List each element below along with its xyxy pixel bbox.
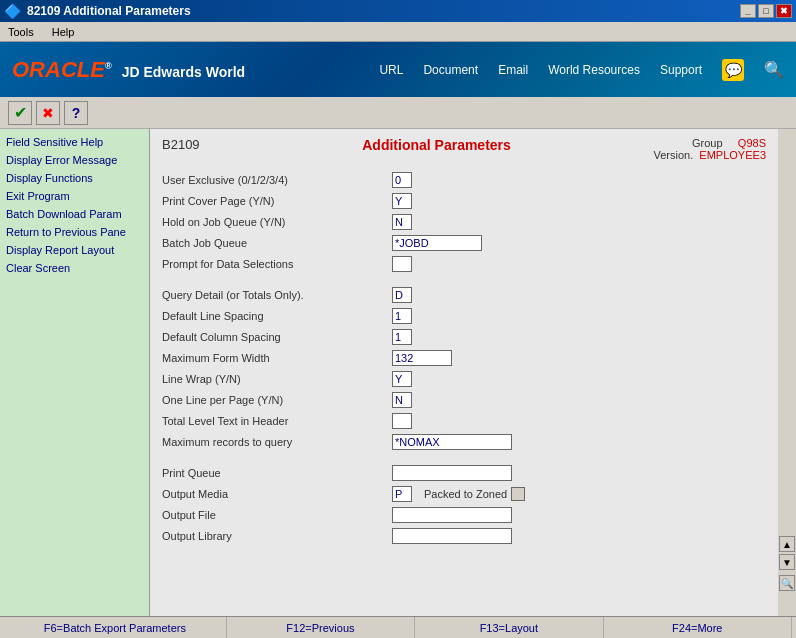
label-default-column-spacing: Default Column Spacing — [162, 331, 392, 343]
titlebar: 🔷 82109 Additional Parameters _ □ ✖ — [0, 0, 796, 22]
sidebar: Field Sensitive Help Display Error Messa… — [0, 129, 150, 616]
jde-title: JD Edwards World — [122, 64, 245, 80]
search-icon[interactable]: 🔍 — [764, 60, 784, 79]
label-default-line-spacing: Default Line Spacing — [162, 310, 392, 322]
label-max-records-to-query: Maximum records to query — [162, 436, 392, 448]
nav-url[interactable]: URL — [379, 63, 403, 77]
status-f6[interactable]: F6=Batch Export Parameters — [4, 617, 227, 638]
toolbar: ✔ ✖ ? — [0, 97, 796, 129]
form-header: B2109 Additional Parameters Group Q98S V… — [162, 137, 766, 161]
label-query-detail: Query Detail (or Totals Only). — [162, 289, 392, 301]
status-f12[interactable]: F12=Previous — [227, 617, 415, 638]
label-line-wrap: Line Wrap (Y/N) — [162, 373, 392, 385]
nav-document[interactable]: Document — [423, 63, 478, 77]
oracle-logo: ORACLE® JD Edwards World — [12, 57, 245, 83]
input-max-records-to-query[interactable] — [392, 434, 512, 450]
label-batch-job-queue: Batch Job Queue — [162, 237, 392, 249]
input-prompt-data-selections[interactable] — [392, 256, 412, 272]
label-print-cover-page: Print Cover Page (Y/N) — [162, 195, 392, 207]
sidebar-item-batch-download-param[interactable]: Batch Download Param — [0, 205, 149, 223]
field-default-line-spacing: Default Line Spacing — [162, 307, 766, 325]
input-output-media[interactable] — [392, 486, 412, 502]
form-info: Group Q98S Version. EMPLOYEE3 — [653, 137, 766, 161]
scroll-down-button[interactable]: ▼ — [779, 554, 795, 570]
sidebar-item-exit-program[interactable]: Exit Program — [0, 187, 149, 205]
form-area: B2109 Additional Parameters Group Q98S V… — [150, 129, 778, 616]
close-button[interactable]: ✖ — [776, 4, 792, 18]
maximize-button[interactable]: □ — [758, 4, 774, 18]
status-f24[interactable]: F24=More — [604, 617, 792, 638]
label-total-level-text: Total Level Text in Header — [162, 415, 392, 427]
input-user-exclusive[interactable] — [392, 172, 412, 188]
main: Field Sensitive Help Display Error Messa… — [0, 129, 796, 616]
menubar: Tools Help — [0, 22, 796, 42]
help-button[interactable]: ? — [64, 101, 88, 125]
input-query-detail[interactable] — [392, 287, 412, 303]
field-output-library: Output Library — [162, 527, 766, 545]
field-line-wrap: Line Wrap (Y/N) — [162, 370, 766, 388]
input-hold-on-job-queue[interactable] — [392, 214, 412, 230]
label-prompt-data-selections: Prompt for Data Selections — [162, 258, 392, 270]
scroll-up-button[interactable]: ▲ — [779, 536, 795, 552]
field-maximum-form-width: Maximum Form Width — [162, 349, 766, 367]
field-print-queue: Print Queue — [162, 464, 766, 482]
field-prompt-data-selections: Prompt for Data Selections — [162, 255, 766, 273]
nav-support[interactable]: Support — [660, 63, 702, 77]
statusbar: F6=Batch Export Parameters F12=Previous … — [0, 616, 796, 638]
label-one-line-per-page: One Line per Page (Y/N) — [162, 394, 392, 406]
field-query-detail: Query Detail (or Totals Only). — [162, 286, 766, 304]
input-batch-job-queue[interactable] — [392, 235, 482, 251]
label-output-media: Output Media — [162, 488, 392, 500]
sidebar-item-return-to-previous-pane[interactable]: Return to Previous Pane — [0, 223, 149, 241]
group-value: Q98S — [738, 137, 766, 149]
field-print-cover-page: Print Cover Page (Y/N) — [162, 192, 766, 210]
label-user-exclusive: User Exclusive (0/1/2/3/4) — [162, 174, 392, 186]
input-one-line-per-page[interactable] — [392, 392, 412, 408]
status-f13[interactable]: F13=Layout — [415, 617, 603, 638]
input-default-column-spacing[interactable] — [392, 329, 412, 345]
app-icon: 🔷 — [4, 3, 21, 19]
zoom-in-button[interactable]: 🔍 — [779, 575, 795, 591]
label-output-library: Output Library — [162, 530, 392, 542]
version-value: EMPLOYEE3 — [699, 149, 766, 161]
field-one-line-per-page: One Line per Page (Y/N) — [162, 391, 766, 409]
field-batch-job-queue: Batch Job Queue — [162, 234, 766, 252]
nav-world-resources[interactable]: World Resources — [548, 63, 640, 77]
sidebar-item-clear-screen[interactable]: Clear Screen — [0, 259, 149, 277]
section-gap-1 — [162, 276, 766, 286]
ok-button[interactable]: ✔ — [8, 101, 32, 125]
input-output-file[interactable] — [392, 507, 512, 523]
group-label: Group — [692, 137, 723, 149]
input-print-cover-page[interactable] — [392, 193, 412, 209]
version-label: Version. — [653, 149, 693, 161]
input-print-queue[interactable] — [392, 465, 512, 481]
label-output-file: Output File — [162, 509, 392, 521]
menu-help[interactable]: Help — [48, 24, 79, 40]
packed-to-zoned-checkbox[interactable] — [511, 487, 525, 501]
sidebar-item-field-sensitive-help[interactable]: Field Sensitive Help — [0, 133, 149, 151]
nav-email[interactable]: Email — [498, 63, 528, 77]
input-total-level-text[interactable] — [392, 413, 412, 429]
field-output-media: Output Media Packed to Zoned — [162, 485, 766, 503]
input-line-wrap[interactable] — [392, 371, 412, 387]
titlebar-controls: _ □ ✖ — [740, 4, 792, 18]
field-output-file: Output File — [162, 506, 766, 524]
form-number: B2109 — [162, 137, 200, 152]
input-maximum-form-width[interactable] — [392, 350, 452, 366]
chat-icon[interactable]: 💬 — [722, 59, 744, 81]
input-output-library[interactable] — [392, 528, 512, 544]
cancel-button[interactable]: ✖ — [36, 101, 60, 125]
label-print-queue: Print Queue — [162, 467, 392, 479]
field-hold-on-job-queue: Hold on Job Queue (Y/N) — [162, 213, 766, 231]
header-nav: URL Document Email World Resources Suppo… — [379, 59, 784, 81]
sidebar-item-display-report-layout[interactable]: Display Report Layout — [0, 241, 149, 259]
sidebar-item-display-functions[interactable]: Display Functions — [0, 169, 149, 187]
oracle-header: ORACLE® JD Edwards World URL Document Em… — [0, 42, 796, 97]
form-title: Additional Parameters — [220, 137, 654, 153]
input-default-line-spacing[interactable] — [392, 308, 412, 324]
field-max-records-to-query: Maximum records to query — [162, 433, 766, 451]
sidebar-item-display-error-message[interactable]: Display Error Message — [0, 151, 149, 169]
minimize-button[interactable]: _ — [740, 4, 756, 18]
titlebar-title: 82109 Additional Parameters — [27, 4, 191, 18]
menu-tools[interactable]: Tools — [4, 24, 38, 40]
